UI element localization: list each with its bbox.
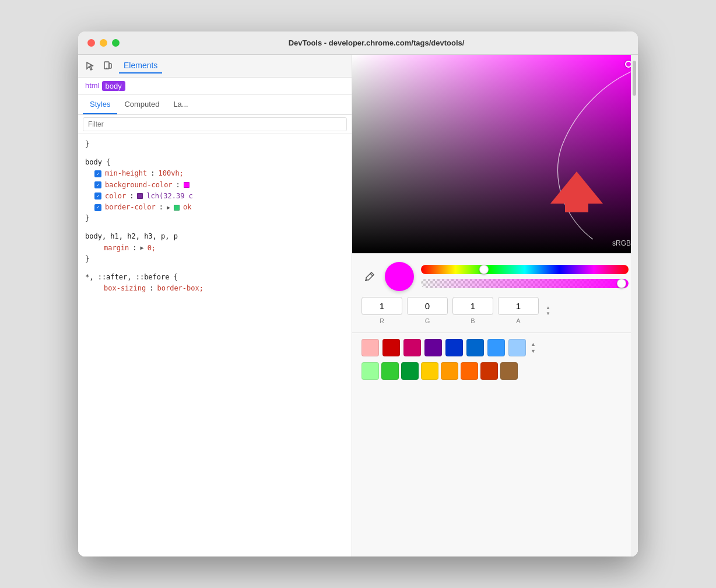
- breadcrumb-html[interactable]: html: [85, 81, 100, 91]
- rule-closing-brace: }: [85, 139, 345, 150]
- alpha-gradient: [421, 279, 629, 288]
- rgba-field-a: A: [498, 297, 539, 324]
- swatch-r2-1[interactable]: [381, 362, 399, 380]
- b-input[interactable]: [452, 297, 493, 315]
- swatches-row-2: [352, 362, 638, 384]
- format-arrow-up: ▲: [546, 306, 550, 310]
- swatch-r2-2[interactable]: [401, 362, 419, 380]
- devtools-body: Elements html body Styles Computed La...…: [78, 55, 638, 556]
- left-panel: Elements html body Styles Computed La...…: [78, 55, 352, 556]
- format-arrow-down: ▼: [546, 312, 550, 316]
- title-bar: DevTools - developer.chrome.com/tags/dev…: [78, 32, 638, 55]
- a-input[interactable]: [498, 297, 539, 315]
- swatch-3[interactable]: [424, 339, 442, 356]
- swatch-0[interactable]: [361, 339, 379, 356]
- svg-rect-1: [109, 64, 111, 68]
- css-rules: } body { min-height : 100vh; background-…: [78, 134, 352, 556]
- prop-color: color : lch(32.39 c: [85, 191, 345, 202]
- elements-tab[interactable]: Elements: [119, 58, 162, 74]
- maximize-button[interactable]: [112, 39, 120, 47]
- hue-thumb[interactable]: [479, 265, 489, 274]
- swatch-7[interactable]: [508, 339, 526, 356]
- b-label: B: [471, 317, 475, 324]
- minimize-button[interactable]: [100, 39, 107, 47]
- traffic-lights: [87, 39, 120, 47]
- g-label: G: [425, 317, 430, 324]
- swatch-arrow-up: ▲: [531, 341, 536, 347]
- swatch-4[interactable]: [445, 339, 463, 356]
- alpha-checker: [421, 279, 629, 288]
- hue-slider: [421, 265, 629, 274]
- prop-margin: margin : ▶ 0;: [85, 243, 345, 254]
- swatch-r2-7[interactable]: [500, 362, 518, 380]
- swatch-r2-3[interactable]: [421, 362, 438, 380]
- checkbox-color[interactable]: [94, 192, 101, 200]
- rule-universal: *, ::after, ::before { box-sizing : bord…: [85, 272, 345, 294]
- swatch-r2-5[interactable]: [461, 362, 478, 380]
- color-gradient-area[interactable]: sRGB: [352, 55, 638, 253]
- svg-rect-0: [104, 62, 109, 69]
- color-preview: [385, 262, 414, 291]
- svg-line-4: [370, 274, 373, 276]
- swatch-2[interactable]: [403, 339, 421, 356]
- scrollbar[interactable]: [631, 55, 638, 556]
- swatch-1[interactable]: [382, 339, 400, 356]
- rule-selector-universal: *, ::after, ::before {: [85, 272, 345, 283]
- color-swatch[interactable]: [137, 193, 143, 199]
- border-color-swatch[interactable]: [174, 205, 180, 211]
- r-input[interactable]: [361, 297, 402, 315]
- window-title: DevTools - developer.chrome.com/tags/dev…: [124, 38, 629, 47]
- rule-body: body { min-height : 100vh; background-co…: [85, 157, 345, 224]
- filter-bar: [78, 115, 352, 134]
- color-controls: R G B A: [352, 253, 638, 332]
- breadcrumb-body[interactable]: body: [102, 81, 125, 91]
- right-panel: sRGB: [352, 55, 638, 556]
- alpha-thumb[interactable]: [617, 279, 626, 288]
- swatch-scroll[interactable]: ▲ ▼: [531, 341, 536, 354]
- rule-body-headings: body, h1, h2, h3, p, p margin : ▶ 0; }: [85, 231, 345, 265]
- checkbox-border-color[interactable]: [94, 204, 101, 211]
- scrollbar-thumb: [633, 61, 636, 96]
- device-icon[interactable]: [101, 60, 114, 72]
- breadcrumb: html body: [78, 78, 352, 95]
- rgba-field-b: B: [452, 297, 493, 324]
- tab-layout[interactable]: La...: [166, 95, 195, 114]
- toolbar: Elements: [78, 55, 352, 78]
- r-label: R: [380, 317, 384, 324]
- swatch-5[interactable]: [466, 339, 484, 356]
- hue-slider-container[interactable]: [421, 265, 629, 274]
- swatch-6[interactable]: [487, 339, 505, 356]
- srgb-label: sRGB: [612, 239, 631, 247]
- rule-selector-body: body {: [85, 157, 345, 168]
- color-picker: sRGB: [352, 55, 638, 556]
- prop-min-height: min-height : 100vh;: [85, 168, 345, 179]
- rule-selector-headings: body, h1, h2, h3, p, p: [85, 231, 345, 242]
- filter-input[interactable]: [83, 117, 347, 131]
- checkbox-bg-color[interactable]: [94, 181, 101, 188]
- tab-styles[interactable]: Styles: [83, 95, 117, 114]
- swatches-row: ▲ ▼: [352, 332, 638, 362]
- prop-box-sizing: box-sizing : border-box;: [85, 283, 345, 294]
- tab-computed[interactable]: Computed: [117, 95, 166, 114]
- styles-tabs: Styles Computed La...: [78, 95, 352, 115]
- rgba-field-g: G: [407, 297, 448, 324]
- a-label: A: [516, 317, 520, 324]
- eyedropper-button[interactable]: [361, 268, 378, 285]
- format-toggle[interactable]: ▲ ▼: [546, 306, 550, 316]
- gradient-black: [352, 55, 638, 253]
- devtools-window: DevTools - developer.chrome.com/tags/dev…: [78, 32, 638, 556]
- controls-row: [361, 262, 629, 291]
- svg-point-5: [365, 279, 367, 281]
- rgba-field-r: R: [361, 297, 402, 324]
- prop-background-color: background-color :: [85, 180, 345, 191]
- alpha-slider-container[interactable]: [421, 279, 629, 288]
- prop-border-color: border-color : ▶ ok: [85, 202, 345, 213]
- g-input[interactable]: [407, 297, 448, 315]
- bg-color-swatch[interactable]: [184, 182, 189, 188]
- swatch-r2-0[interactable]: [361, 362, 379, 380]
- swatch-r2-6[interactable]: [480, 362, 498, 380]
- swatch-r2-4[interactable]: [441, 362, 458, 380]
- close-button[interactable]: [87, 39, 95, 47]
- checkbox-min-height[interactable]: [94, 170, 101, 177]
- inspect-icon[interactable]: [84, 60, 97, 72]
